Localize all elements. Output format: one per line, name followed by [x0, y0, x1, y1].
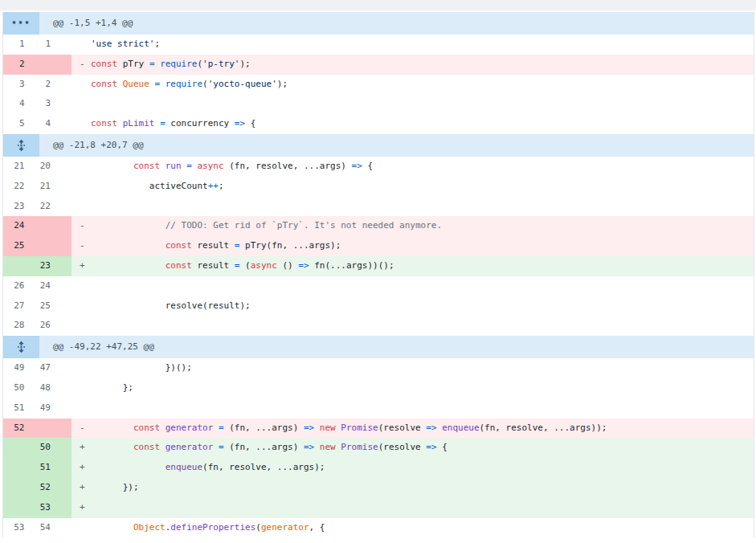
diff-row-ctx: 2624: [3, 276, 754, 296]
line-number-new: 25: [38, 296, 72, 316]
line-number-new: 22: [38, 197, 72, 217]
diff-row-ctx: 4947})();: [3, 358, 754, 378]
expand-hunk-button[interactable]: [3, 336, 39, 358]
code-cell: +const generator = (fn, ...args) => new …: [72, 438, 754, 458]
line-number-new: 51: [38, 458, 72, 478]
line-number-new: 20: [38, 157, 72, 177]
line-number-old: 2: [3, 55, 38, 75]
code-cell: };: [72, 378, 754, 398]
page-top-strip: [0, 0, 756, 12]
code-cell: -const pTry = require('p-try');: [72, 55, 754, 75]
diff-row-ctx: 5149: [3, 398, 754, 418]
code-line: const result = pTry(fn, ...args);: [91, 240, 341, 251]
line-number-old: 28: [3, 316, 38, 336]
code-line: 'use strict';: [91, 39, 160, 49]
line-number-old: 50: [3, 378, 38, 398]
code-line: const result = (async () => fn(...args))…: [91, 260, 394, 271]
diff-row-del: 24-// TODO: Get rid of `pTry`. It's not …: [3, 216, 754, 236]
diff-row-ctx: 2322: [3, 197, 754, 217]
hunk-header-text: @@ -1,5 +1,4 @@: [39, 12, 133, 35]
code-cell: -const result = pTry(fn, ...args);: [72, 236, 754, 256]
code-line: });: [91, 482, 139, 492]
expand-hunk-button[interactable]: [3, 134, 39, 157]
diff-row-ctx: 5048};: [3, 378, 754, 398]
line-number-new: [38, 236, 72, 256]
line-number-new: 23: [38, 256, 72, 276]
line-number-old: 25: [3, 236, 38, 256]
line-number-old: [3, 498, 38, 518]
code-cell: const Queue = require('yocto-queue');: [72, 75, 754, 95]
diff-marker: -: [72, 418, 91, 439]
diff-row-ctx: 2120const run = async (fn, resolve, ...a…: [3, 157, 754, 177]
code-line: Object.defineProperties(generator, {: [91, 522, 325, 533]
diff-marker: -: [72, 55, 91, 75]
code-cell: +const result = (async () => fn(...args)…: [72, 256, 754, 276]
line-number-new: 53: [38, 498, 72, 518]
diff-row-add: 23+const result = (async () => fn(...arg…: [3, 256, 754, 276]
diff-marker: -: [72, 236, 91, 256]
line-number-new: 54: [38, 518, 72, 538]
diff-row-add: 52+});: [3, 478, 754, 498]
line-number-old: 51: [3, 398, 38, 418]
code-cell: +});: [72, 478, 754, 498]
diff-marker: +: [72, 478, 91, 498]
unfold-icon: [17, 341, 26, 353]
hunk-header-row: @@ -49,22 +47,25 @@: [3, 336, 754, 358]
code-cell: [72, 94, 754, 114]
code-cell: resolve(result);: [72, 296, 754, 316]
hunk-header-text: @@ -21,8 +20,7 @@: [39, 134, 144, 157]
line-number-old: 5: [3, 114, 38, 134]
code-cell: const pLimit = concurrency => {: [72, 114, 754, 134]
code-line: const generator = (fn, ...args) => new P…: [91, 423, 607, 433]
line-number-old: [3, 438, 38, 458]
line-number-new: [38, 418, 72, 439]
diff-row-ctx: 2725resolve(result);: [3, 296, 754, 316]
diff-row-ctx: 43: [3, 94, 754, 114]
line-number-new: 24: [38, 276, 72, 296]
line-number-old: 4: [3, 94, 38, 114]
line-number-old: 3: [3, 75, 38, 95]
code-cell: [72, 316, 754, 336]
hunk-header-text: @@ -49,22 +47,25 @@: [39, 336, 154, 358]
line-number-old: 21: [3, 157, 38, 177]
line-number-old: 1: [3, 35, 38, 55]
code-line: resolve(result);: [91, 300, 251, 311]
diff-row-ctx: 2221activeCount++;: [3, 177, 754, 197]
diff-row-ctx: 11'use strict';: [3, 35, 754, 55]
line-number-old: [3, 458, 38, 478]
diff-row-del: 52-const generator = (fn, ...args) => ne…: [3, 418, 754, 439]
line-number-old: 23: [3, 197, 38, 217]
line-number-old: 26: [3, 276, 38, 296]
code-cell: -// TODO: Get rid of `pTry`. It's not ne…: [72, 216, 754, 236]
line-number-new: 50: [38, 438, 72, 458]
code-line: // TODO: Get rid of `pTry`. It's not nee…: [91, 220, 442, 231]
diff-marker: +: [72, 498, 91, 518]
code-line: const pTry = require('p-try');: [91, 59, 251, 69]
line-number-new: 4: [38, 114, 72, 134]
code-cell: [72, 276, 754, 296]
line-number-old: 52: [3, 418, 38, 439]
code-line: })();: [91, 362, 192, 373]
line-number-new: 47: [38, 358, 72, 378]
diff-row-del: 25-const result = pTry(fn, ...args);: [3, 236, 754, 256]
line-number-new: 21: [38, 177, 72, 197]
line-number-old: 27: [3, 296, 38, 316]
code-line: };: [91, 382, 133, 393]
line-number-old: 22: [3, 177, 38, 197]
code-line: const pLimit = concurrency => {: [91, 118, 255, 129]
diff-row-add: 50+const generator = (fn, ...args) => ne…: [3, 438, 754, 458]
code-cell: })();: [72, 358, 754, 378]
code-cell: +enqueue(fn, resolve, ...args);: [72, 458, 754, 478]
expand-hunk-button[interactable]: •••: [3, 12, 39, 35]
diff-table: •••@@ -1,5 +1,4 @@11'use strict';2-const…: [2, 12, 754, 537]
diff-marker: +: [72, 256, 91, 276]
line-number-old: [3, 256, 38, 276]
diff-row-add: 51+enqueue(fn, resolve, ...args);: [3, 458, 754, 478]
line-number-old: [3, 478, 38, 498]
line-number-new: 49: [38, 398, 72, 418]
line-number-new: [38, 216, 72, 236]
diff-marker: -: [72, 216, 91, 236]
code-cell: [72, 197, 754, 217]
code-line: activeCount++;: [91, 181, 224, 191]
code-line: const generator = (fn, ...args) => new P…: [91, 442, 447, 452]
